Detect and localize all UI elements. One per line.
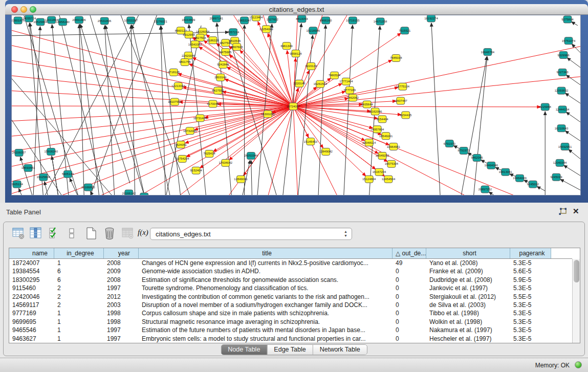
table-row[interactable]: 1872400712008Changes of HCN gene express… [9, 259, 572, 267]
network-edge [12, 45, 293, 106]
network-node-label: 11607447 [394, 99, 408, 102]
network-node-label: 16543382 [188, 43, 202, 46]
column-header[interactable]: name [9, 248, 54, 258]
dropdown-stepper-icon: ▲▼ [344, 230, 347, 238]
table-row[interactable]: 969969511998Structural magnetic resonanc… [9, 318, 572, 326]
table-row[interactable]: 1830029562008Estimation of significance … [9, 276, 572, 284]
table-cell: 5.3E-5 [510, 259, 551, 267]
network-edge [431, 23, 440, 195]
network-edge [43, 15, 140, 195]
table-mode-icon[interactable] [12, 227, 25, 240]
network-node-label: 14957804 [371, 128, 384, 131]
table-cell: 18724007 [9, 259, 54, 267]
network-node-label: 8791971 [458, 149, 470, 152]
row-height-icon[interactable] [65, 227, 78, 240]
network-node-label: 3220146 [293, 82, 306, 85]
table-row[interactable]: 1938455462009Genome-wide association stu… [9, 267, 572, 275]
delete-table-icon[interactable] [103, 227, 116, 240]
scrollbar-thumb[interactable] [574, 260, 579, 282]
table-cell: 2 [54, 293, 104, 301]
tab-network-table[interactable]: Network Table [313, 345, 367, 355]
network-canvas[interactable]: 2390187614055724205158041201180416958240… [12, 15, 580, 195]
network-edge [12, 75, 293, 106]
table-row[interactable]: 946362711997Embryonic stem cells: a mode… [9, 335, 572, 343]
network-node-label: 7624051 [175, 143, 187, 146]
network-node-label: 20691406 [72, 18, 86, 21]
table-cell: Jankovic et al. (1997) [426, 284, 510, 292]
network-edge [258, 21, 293, 106]
table-cell: Estimation of the future numbers of pati… [139, 326, 393, 334]
tab-edge-table[interactable]: Edge Table [267, 345, 313, 355]
float-window-icon[interactable] [558, 208, 568, 216]
network-node-label: 9462046 [471, 156, 483, 159]
memory-status-indicator[interactable] [575, 361, 582, 368]
network-node-label: 8215958 [539, 105, 552, 108]
network-edge [229, 55, 293, 106]
table-cell: 1998 [104, 318, 139, 326]
network-node-label: 18107554 [168, 100, 182, 103]
network-edge [213, 106, 293, 151]
table-cell: 5.3E-5 [510, 309, 551, 317]
network-edge [52, 25, 69, 195]
column-header[interactable]: pagerank [510, 248, 551, 258]
network-node-label: 10719155 [346, 19, 360, 22]
table-cell: Disruption of a novel member of a sodium… [139, 301, 393, 309]
column-header[interactable]: short [426, 248, 510, 258]
show-columns-icon[interactable] [29, 227, 42, 240]
network-node-label: 16648784 [481, 51, 495, 54]
table-cell: 0 [393, 335, 426, 343]
network-canvas-container[interactable]: 2390187614055724205158041201180416958240… [11, 15, 581, 195]
column-header[interactable]: title [139, 248, 393, 258]
network-node-label: 6791970 [444, 142, 456, 145]
column-header[interactable]: year [104, 248, 139, 258]
table-selector-dropdown[interactable]: citations_edges.txt ▲▼ [150, 228, 352, 240]
table-row[interactable]: 911546021997Tourette syndrome. Phenomeno… [9, 284, 572, 292]
network-edge [565, 93, 580, 105]
network-node-label: 15145453 [304, 140, 318, 143]
select-columns-icon[interactable] [48, 227, 61, 240]
column-header[interactable]: △ out_de... [393, 248, 426, 258]
network-node-label: 10553287 [124, 19, 138, 22]
table-cell: Tibbo et al. (1998) [426, 309, 510, 317]
table-cell: 1 [54, 335, 104, 343]
network-node-label: 12444154 [556, 108, 570, 111]
network-edge [473, 56, 487, 195]
tab-node-table[interactable]: Node Table [221, 345, 267, 355]
function-builder-icon[interactable]: f(x) [138, 228, 151, 242]
table-cell: 1 [54, 326, 104, 334]
table-row[interactable]: 2242004622012Investigating the contribut… [9, 293, 572, 301]
network-node-label: 12849041 [234, 178, 248, 181]
new-table-icon[interactable] [84, 227, 98, 240]
table-cell: 5.5E-5 [510, 293, 551, 301]
network-node-label: 9242844 [217, 63, 229, 66]
window-titlebar[interactable]: citations_edges.txt [5, 4, 588, 15]
desktop-background: citations_edges.txt 23901876140557242051… [0, 0, 588, 203]
table-scrollbar[interactable] [572, 259, 580, 343]
table-cell: Stergiakouli et al. (2012) [426, 293, 510, 301]
network-node-label: 18732045 [183, 129, 197, 133]
network-node-label: 7480524 [329, 74, 341, 77]
network-edge [293, 76, 580, 106]
table-cell: 5.3E-5 [510, 335, 551, 343]
close-icon[interactable]: ✕ [573, 207, 581, 216]
network-node-label: 18192274 [424, 17, 438, 20]
table-row[interactable]: 946554611997Estimation of the future num… [9, 326, 572, 334]
table-row[interactable]: 1456911722003Disruption of a novel membe… [9, 301, 572, 309]
table-cell: 0 [393, 318, 426, 326]
table-body: 1872400712008Changes of HCN gene express… [9, 259, 572, 343]
column-header[interactable]: in_degree [54, 248, 104, 258]
network-edge [489, 192, 498, 195]
table-row[interactable]: 977716911998Corpus callosum shape and si… [9, 309, 572, 317]
network-edge [19, 188, 23, 195]
network-node-label: 20166805 [81, 186, 95, 189]
network-edge [572, 22, 578, 26]
network-node-label: 19464049 [513, 177, 527, 180]
network-node-label: 8427552 [212, 89, 224, 92]
network-node-label: 12093832 [555, 89, 569, 92]
table-cell: 2008 [104, 276, 139, 284]
network-node-label: 18464046 [485, 164, 498, 167]
network-edge [572, 44, 580, 55]
network-node-label: 16958240 [56, 20, 70, 24]
table-panel-title: Table Panel [6, 208, 41, 216]
table-cell: 2003 [104, 301, 139, 309]
